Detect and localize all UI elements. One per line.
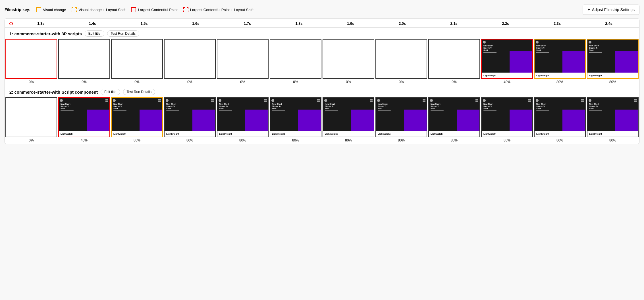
frame-cell-r2-f6[interactable]: New ShortSleeve T-ShirtLightweight80% bbox=[269, 97, 322, 144]
test-run-details-button-1[interactable]: Test Run Details bbox=[107, 30, 139, 37]
timeline-tick-2: 1.5s bbox=[118, 21, 170, 26]
frame-percent-r2-f5: 80% bbox=[239, 138, 246, 142]
frame-percent-r1-f3: 0% bbox=[134, 80, 139, 84]
frame-box-r2-f4[interactable]: New ShortSleeve T-ShirtLightweight bbox=[164, 97, 216, 137]
frame-percent-r2-f2: 40% bbox=[81, 138, 88, 142]
frame-cell-r1-f12[interactable]: New ShortSleeve T-ShirtLightweight80% bbox=[586, 39, 639, 86]
frame-percent-r1-f9: 0% bbox=[452, 80, 456, 84]
frame-cell-r1-f11[interactable]: New ShortSleeve T-ShirtLightweight80% bbox=[533, 39, 586, 86]
edit-title-button-1[interactable]: Edit title bbox=[85, 30, 104, 37]
row-section-1: 1: commerce-starter-with 3P scriptsEdit … bbox=[5, 28, 639, 86]
frame-cell-r2-f10[interactable]: New ShortSleeve T-ShirtLightweight80% bbox=[481, 97, 533, 144]
frame-box-r1-f1[interactable] bbox=[5, 39, 57, 79]
frame-box-r1-f10[interactable]: New ShortSleeve T-ShirtLightweight bbox=[481, 39, 533, 79]
frame-cell-r2-f3[interactable]: New ShortSleeve T-ShirtLightweight80% bbox=[111, 97, 163, 144]
frame-percent-r1-f6: 0% bbox=[293, 80, 298, 84]
frame-cell-r2-f12[interactable]: New ShortSleeve T-ShirtLightweight80% bbox=[586, 97, 639, 144]
lcp-layout-icon bbox=[183, 7, 188, 12]
frame-cell-r1-f9[interactable]: 0% bbox=[428, 39, 481, 86]
frame-cell-r2-f4[interactable]: New ShortSleeve T-ShirtLightweight80% bbox=[163, 97, 216, 144]
key-item-lcp-layout: Largest Contentful Paint + Layout Shift bbox=[183, 7, 254, 12]
frame-box-r1-f11[interactable]: New ShortSleeve T-ShirtLightweight bbox=[534, 39, 586, 79]
frame-cell-r2-f8[interactable]: New ShortSleeve T-ShirtLightweight80% bbox=[375, 97, 428, 144]
frame-percent-r1-f4: 0% bbox=[187, 80, 192, 84]
frame-percent-r2-f12: 80% bbox=[609, 138, 616, 142]
filmstrip-container: 1.3s1.4s1.5s1.6s1.7s1.8s1.9s2.0s2.1s2.2s… bbox=[5, 18, 639, 144]
frame-cell-r2-f11[interactable]: New ShortSleeve T-ShirtLightweight80% bbox=[533, 97, 586, 144]
frame-box-r2-f7[interactable]: New ShortSleeve T-ShirtLightweight bbox=[323, 97, 374, 137]
lcp-icon bbox=[131, 7, 136, 12]
frame-cell-r1-f8[interactable]: 0% bbox=[375, 39, 428, 86]
frame-cell-r2-f5[interactable]: New ShortSleeve T-ShirtLightweight80% bbox=[216, 97, 269, 144]
frame-cell-r1-f1[interactable]: 0% bbox=[5, 39, 58, 86]
adjust-btn-label: Adjust Filmstrip Settings bbox=[592, 7, 635, 12]
row-title-2: 2: commerce-starter-with Script componen… bbox=[9, 90, 98, 94]
adjust-filmstrip-button[interactable]: + Adjust Filmstrip Settings bbox=[583, 5, 639, 15]
frame-percent-r1-f2: 0% bbox=[82, 80, 86, 84]
timeline-tick-0: 1.3s bbox=[15, 21, 67, 26]
frame-box-r2-f11[interactable]: New ShortSleeve T-ShirtLightweight bbox=[534, 97, 586, 137]
frame-box-r1-f8[interactable] bbox=[375, 39, 427, 79]
frame-box-r2-f10[interactable]: New ShortSleeve T-ShirtLightweight bbox=[481, 97, 533, 137]
frame-cell-r2-f7[interactable]: New ShortSleeve T-ShirtLightweight80% bbox=[322, 97, 375, 144]
frame-percent-r2-f6: 80% bbox=[292, 138, 299, 142]
frame-cell-r1-f2[interactable]: 0% bbox=[58, 39, 111, 86]
frame-percent-r2-f4: 80% bbox=[186, 138, 193, 142]
frame-cell-r2-f9[interactable]: New ShortSleeve T-ShirtLightweight80% bbox=[428, 97, 481, 144]
timeline-tick-7: 2.0s bbox=[377, 21, 428, 26]
timeline-tick-10: 2.3s bbox=[531, 21, 583, 26]
filmstrip-key: Filmstrip key: Visual change Visual chan… bbox=[5, 7, 254, 12]
frame-box-r1-f7[interactable] bbox=[323, 39, 374, 79]
frame-cell-r1-f7[interactable]: 0% bbox=[322, 39, 375, 86]
row-header-1: 1: commerce-starter-with 3P scriptsEdit … bbox=[5, 30, 639, 39]
visual-change-layout-icon bbox=[72, 7, 77, 12]
frame-box-r1-f6[interactable] bbox=[270, 39, 321, 79]
frame-percent-r1-f11: 80% bbox=[556, 80, 563, 84]
edit-title-button-2[interactable]: Edit title bbox=[101, 89, 120, 95]
frame-cell-r2-f1[interactable]: 0% bbox=[5, 97, 58, 144]
frame-percent-r1-f5: 0% bbox=[240, 80, 245, 84]
frame-box-r2-f12[interactable]: New ShortSleeve T-ShirtLightweight bbox=[587, 97, 639, 137]
frame-box-r2-f6[interactable]: New ShortSleeve T-ShirtLightweight bbox=[270, 97, 321, 137]
row-section-2: 2: commerce-starter-with Script componen… bbox=[5, 86, 639, 144]
frame-box-r1-f5[interactable] bbox=[217, 39, 269, 79]
visual-change-layout-label: Visual change + Layout Shift bbox=[78, 8, 125, 12]
frame-box-r2-f1[interactable] bbox=[5, 97, 57, 137]
timeline-dot bbox=[9, 22, 13, 25]
frames-row-2: 0%New ShortSleeve T-ShirtLightweight40%N… bbox=[5, 97, 639, 144]
timeline-tick-8: 2.1s bbox=[428, 21, 480, 26]
frame-box-r1-f4[interactable] bbox=[164, 39, 216, 79]
frame-cell-r2-f2[interactable]: New ShortSleeve T-ShirtLightweight40% bbox=[58, 97, 111, 144]
frame-box-r1-f2[interactable] bbox=[58, 39, 110, 79]
frame-box-r2-f9[interactable]: New ShortSleeve T-ShirtLightweight bbox=[428, 97, 480, 137]
timeline-ticks: 1.3s1.4s1.5s1.6s1.7s1.8s1.9s2.0s2.1s2.2s… bbox=[15, 21, 635, 26]
frames-row-1: 0%0%0%0%0%0%0%0%0%New ShortSleeve T-Shir… bbox=[5, 39, 639, 86]
test-run-details-button-2[interactable]: Test Run Details bbox=[123, 89, 155, 95]
row-header-2: 2: commerce-starter-with Script componen… bbox=[5, 89, 639, 97]
frame-box-r2-f3[interactable]: New ShortSleeve T-ShirtLightweight bbox=[111, 97, 163, 137]
frame-box-r2-f5[interactable]: New ShortSleeve T-ShirtLightweight bbox=[217, 97, 269, 137]
visual-change-icon bbox=[36, 7, 41, 12]
timeline-tick-5: 1.8s bbox=[273, 21, 325, 26]
frame-percent-r1-f10: 40% bbox=[504, 80, 510, 84]
frame-percent-r1-f12: 80% bbox=[609, 80, 616, 84]
timeline-header: 1.3s1.4s1.5s1.6s1.7s1.8s1.9s2.0s2.1s2.2s… bbox=[5, 19, 639, 28]
frame-box-r1-f12[interactable]: New ShortSleeve T-ShirtLightweight bbox=[587, 39, 639, 79]
frame-box-r1-f9[interactable] bbox=[428, 39, 480, 79]
lcp-label: Largest Contentful Paint bbox=[138, 8, 177, 12]
timeline-tick-3: 1.6s bbox=[170, 21, 222, 26]
frame-cell-r1-f3[interactable]: 0% bbox=[111, 39, 163, 86]
frame-box-r2-f8[interactable]: New ShortSleeve T-ShirtLightweight bbox=[375, 97, 427, 137]
plus-icon: + bbox=[587, 7, 590, 12]
visual-change-label: Visual change bbox=[43, 8, 66, 12]
frame-percent-r1-f7: 0% bbox=[346, 80, 351, 84]
frame-box-r1-f3[interactable] bbox=[111, 39, 163, 79]
frame-cell-r1-f4[interactable]: 0% bbox=[163, 39, 216, 86]
timeline-tick-4: 1.7s bbox=[222, 21, 273, 26]
frame-cell-r1-f6[interactable]: 0% bbox=[269, 39, 322, 86]
key-item-lcp: Largest Contentful Paint bbox=[131, 7, 177, 12]
frame-cell-r1-f5[interactable]: 0% bbox=[216, 39, 269, 86]
frame-box-r2-f2[interactable]: New ShortSleeve T-ShirtLightweight bbox=[58, 97, 110, 137]
row-title-1: 1: commerce-starter-with 3P scripts bbox=[9, 31, 82, 36]
frame-cell-r1-f10[interactable]: New ShortSleeve T-ShirtLightweight40% bbox=[481, 39, 533, 86]
